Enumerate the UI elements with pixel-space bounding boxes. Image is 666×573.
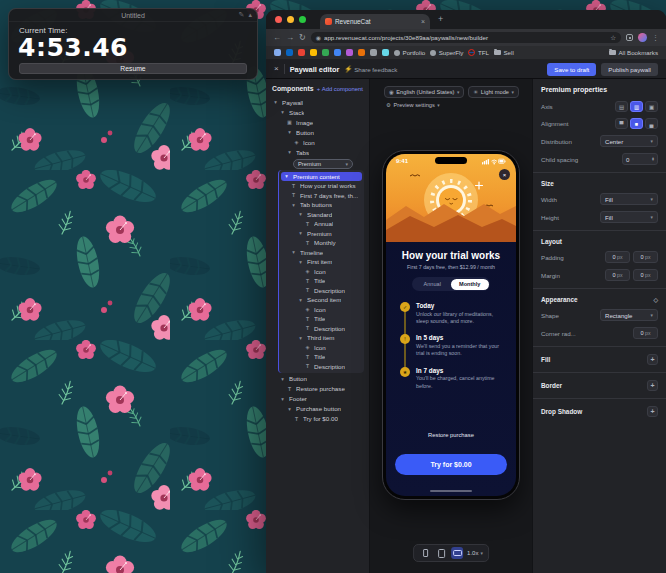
minimize-window-button[interactable]: [287, 16, 294, 23]
plan-annual-tab[interactable]: Annual: [414, 279, 452, 290]
timer-titlebar[interactable]: Untitled ✎ ▴: [9, 9, 257, 22]
add-border-button[interactable]: +: [647, 380, 658, 391]
edit-icon[interactable]: ✎: [239, 11, 245, 19]
stepper-icon[interactable]: ▴▾: [652, 157, 654, 161]
bookmark-portfolio[interactable]: Portfolio: [394, 49, 425, 56]
tree-item[interactable]: Icon: [281, 343, 362, 353]
bookmark-favicon[interactable]: [370, 49, 377, 56]
plan-monthly-tab[interactable]: Monthly: [451, 279, 489, 290]
shape-dropdown[interactable]: Rectangle ▾: [600, 309, 658, 321]
align-end-button[interactable]: ▄: [645, 118, 658, 129]
reset-icon[interactable]: ◇: [653, 296, 658, 303]
bookmark-favicon[interactable]: [286, 49, 293, 56]
child-spacing-input[interactable]: 0 ▴▾: [622, 153, 658, 165]
device-tablet-button[interactable]: [435, 547, 447, 559]
tree-item[interactable]: Icon: [281, 305, 362, 315]
bookmark-sell[interactable]: Sell: [494, 49, 514, 56]
bookmark-superfly[interactable]: SuperFly: [430, 49, 463, 56]
padding-input[interactable]: 0px: [633, 251, 658, 263]
preview-settings-dropdown[interactable]: ⚙ Preview settings ▾: [384, 102, 440, 108]
bookmark-favicon[interactable]: [310, 49, 317, 56]
close-editor-icon[interactable]: ×: [274, 65, 279, 73]
tree-item[interactable]: Monthly: [281, 238, 362, 248]
bookmark-favicon[interactable]: [322, 49, 329, 56]
zoom-window-button[interactable]: [299, 16, 306, 23]
resume-button[interactable]: Resume: [19, 63, 247, 74]
device-phone-button[interactable]: [419, 547, 431, 559]
width-dropdown[interactable]: Fill ▾: [600, 193, 658, 205]
reload-icon[interactable]: ↻: [299, 34, 306, 42]
all-bookmarks-button[interactable]: All Bookmarks: [609, 49, 658, 56]
language-dropdown[interactable]: ◉ English (United States) ▾: [384, 86, 464, 98]
address-bar[interactable]: ◉ app.revenuecat.com/projects/30e89aa/pa…: [311, 32, 621, 43]
add-drop-shadow-button[interactable]: +: [647, 406, 658, 417]
tab-selector-dropdown[interactable]: Premium ▾: [293, 159, 353, 169]
tree-item[interactable]: Restore purchase: [269, 384, 366, 394]
axis-zstack-button[interactable]: ▣: [645, 101, 658, 112]
tree-item[interactable]: Second item: [281, 295, 362, 305]
tree-item[interactable]: Stack: [269, 107, 366, 117]
bookmark-favicon[interactable]: [274, 49, 281, 56]
tree-item[interactable]: Try for $0.00: [269, 414, 366, 424]
tree-item[interactable]: Icon: [269, 137, 366, 147]
tree-item[interactable]: Paywall: [269, 97, 366, 107]
tree-item[interactable]: Third item: [281, 333, 362, 343]
restore-purchase-link[interactable]: Restore purchase: [386, 432, 516, 438]
bookmark-tfl[interactable]: TFL: [468, 49, 489, 56]
bookmark-favicon[interactable]: [334, 49, 341, 56]
forward-icon[interactable]: →: [286, 34, 294, 42]
expand-icon[interactable]: ▴: [248, 11, 252, 19]
distribution-dropdown[interactable]: Center ▾: [600, 135, 658, 147]
publish-paywall-button[interactable]: Publish paywall: [601, 63, 658, 76]
extensions-icon[interactable]: [626, 34, 633, 41]
save-to-draft-button[interactable]: Save to draft: [547, 63, 596, 76]
height-dropdown[interactable]: Fill ▾: [600, 211, 658, 223]
device-landscape-button[interactable]: [451, 547, 463, 559]
site-info-icon[interactable]: ◉: [316, 34, 321, 41]
tree-item[interactable]: Purchase button: [269, 404, 366, 414]
tree-item[interactable]: How your trial works: [281, 181, 362, 191]
tree-item[interactable]: Description: [281, 286, 362, 296]
browser-tab[interactable]: RevenueCat ×: [320, 14, 430, 29]
close-window-button[interactable]: [275, 16, 282, 23]
add-fill-button[interactable]: +: [647, 354, 658, 365]
axis-horizontal-button[interactable]: ▤: [615, 101, 628, 112]
tree-item[interactable]: Footer: [269, 394, 366, 404]
padding-input[interactable]: 0px: [605, 251, 630, 263]
close-tab-icon[interactable]: ×: [421, 18, 425, 25]
bookmark-favicon[interactable]: [298, 49, 305, 56]
tree-item[interactable]: First 7 days free, th...: [281, 191, 362, 201]
tree-item[interactable]: First item: [281, 257, 362, 267]
tree-item[interactable]: Icon: [281, 267, 362, 277]
axis-vertical-button[interactable]: ▥: [630, 101, 643, 112]
tree-item[interactable]: Premium: [281, 229, 362, 239]
bookmark-favicon[interactable]: [382, 49, 389, 56]
add-component-button[interactable]: + Add component: [317, 86, 363, 92]
paywall-close-button[interactable]: ×: [499, 169, 510, 180]
tree-item[interactable]: Annual: [281, 219, 362, 229]
share-feedback-link[interactable]: ⚡ Share feedback: [344, 65, 397, 73]
appearance-mode-dropdown[interactable]: ☀ Light mode ▾: [468, 86, 519, 98]
tree-item[interactable]: Title: [281, 314, 362, 324]
tree-item[interactable]: Button: [269, 127, 366, 137]
tree-item[interactable]: Tab buttons: [281, 200, 362, 210]
corner-radius-input[interactable]: 0 px: [633, 327, 658, 339]
tree-item[interactable]: Button: [269, 374, 366, 384]
tree-item[interactable]: Image: [269, 117, 366, 127]
align-center-button[interactable]: ■: [630, 118, 643, 129]
tree-item[interactable]: Title: [281, 276, 362, 286]
tree-item[interactable]: Title: [281, 352, 362, 362]
bookmark-favicon[interactable]: [346, 49, 353, 56]
margin-input[interactable]: 0px: [633, 269, 658, 281]
purchase-cta-button[interactable]: Try for $0.00: [395, 454, 507, 475]
profile-avatar[interactable]: [638, 33, 647, 42]
margin-input[interactable]: 0px: [605, 269, 630, 281]
tree-item[interactable]: Tabs: [269, 147, 366, 157]
bookmark-favicon[interactable]: [358, 49, 365, 56]
tree-item-selected[interactable]: Premium content: [281, 172, 362, 182]
tree-item[interactable]: Description: [281, 324, 362, 334]
align-start-button[interactable]: ▀: [615, 118, 628, 129]
bookmark-star-icon[interactable]: ☆: [610, 34, 616, 42]
tree-item[interactable]: Standard: [281, 210, 362, 220]
new-tab-button[interactable]: +: [438, 15, 443, 24]
